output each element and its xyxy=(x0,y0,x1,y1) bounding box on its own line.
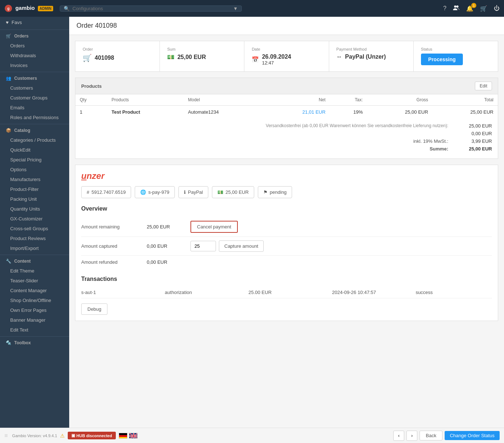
capture-amount-button[interactable]: Capture amount xyxy=(219,240,264,252)
page-header: Order 401098 xyxy=(69,17,504,35)
svg-rect-15 xyxy=(129,436,138,436)
overview-rows: Amount remaining 25,00 EUR Cancel paymen… xyxy=(81,217,492,268)
unzer-logo: unzer xyxy=(81,171,492,181)
sidebar-item-withdrawals[interactable]: Withdrawals xyxy=(0,51,69,60)
uk-flag-icon[interactable] xyxy=(129,433,138,439)
sidebar-item-roles-permissions[interactable]: Roles and Permissions xyxy=(0,113,69,122)
svg-point-2 xyxy=(454,5,456,8)
sidebar-item-product-filter[interactable]: Product-Filter xyxy=(0,184,69,194)
sidebar-item-content-manager[interactable]: Content Manager xyxy=(0,286,69,295)
capture-amount-input[interactable] xyxy=(190,241,216,251)
bottom-right: ‹ › Back Change Order Status xyxy=(393,431,500,441)
payment-value: ↔ PayPal (Unzer) xyxy=(336,54,406,60)
payment-tags: # 5912.7407.6519 🌐 s-pay-979 ℹ PayPal 💵 … xyxy=(81,186,492,198)
logo-area: g gambio ADMIN xyxy=(4,4,55,12)
payment-card: Payment Method ↔ PayPal (Unzer) xyxy=(329,41,414,71)
top-navigation: g gambio ADMIN 🔍 ▼ ? 🔔 1 🛒 ⏻ xyxy=(0,0,504,17)
captured-actions: Capture amount xyxy=(190,240,264,252)
sidebar-item-customer-groups[interactable]: Customer Groups xyxy=(0,93,69,103)
transaction-id: s-aut-1 xyxy=(81,290,158,295)
sidebar-section-toolbox[interactable]: 🔩 Toolbox xyxy=(0,336,69,348)
sidebar-item-cross-sell-groups[interactable]: Cross-sell Groups xyxy=(0,224,69,234)
totals-row-summe: Summe: 25,00 EUR xyxy=(81,145,492,153)
captured-value: 0,00 EUR xyxy=(147,243,183,249)
sidebar-item-edit-text[interactable]: Edit Text xyxy=(0,325,69,335)
transactions-title: Transactions xyxy=(81,276,492,282)
menu-toggle-icon[interactable]: ≡ xyxy=(4,432,8,439)
sidebar-section-content[interactable]: 🔧 Content xyxy=(0,255,69,266)
cart-icon[interactable]: 🛒 xyxy=(480,5,487,12)
back-button[interactable]: Back xyxy=(420,431,442,440)
sidebar-item-special-pricing[interactable]: Special Pricing xyxy=(0,155,69,165)
date-label: Date xyxy=(252,47,321,51)
sidebar-item-shop-online-offline[interactable]: Shop Online/Offline xyxy=(0,295,69,305)
hash-icon: # xyxy=(87,189,89,195)
admin-badge: ADMIN xyxy=(38,6,54,11)
sidebar-item-customers[interactable]: Customers xyxy=(0,83,69,93)
sidebar-item-import-export[interactable]: Import/Export xyxy=(0,243,69,253)
sidebar-item-quickedit[interactable]: QuickEdit xyxy=(0,145,69,155)
german-flag-icon[interactable] xyxy=(119,433,127,439)
payment-tag-id: # 5912.7407.6519 xyxy=(81,186,131,198)
sidebar-item-teaser-slider[interactable]: Teaser-Slider xyxy=(0,276,69,286)
shipping-note-label: Versandkostenfrei (ab 0,00 EUR Warenwert… xyxy=(266,123,448,129)
status-label: Status xyxy=(421,47,491,51)
totals-section: Versandkostenfrei (ab 0,00 EUR Warenwert… xyxy=(75,118,498,158)
bottom-left: ≡ Gambio Version: v4.9.4.1 ⚠ ▣ HUB disco… xyxy=(4,432,138,439)
transaction-date: 2024-09-26 10:47:57 xyxy=(332,290,409,295)
content-icon: 🔧 xyxy=(6,259,11,264)
sidebar-section-catalog[interactable]: 📦 Catalog xyxy=(0,124,69,135)
sidebar-item-quantity-units[interactable]: Quantity Units xyxy=(0,204,69,214)
bell-badge: 1 xyxy=(471,3,476,8)
overview-row-captured: Amount captured 0,00 EUR Capture amount xyxy=(81,237,492,256)
summe-value: 25,00 EUR xyxy=(463,146,492,152)
prev-button[interactable]: ‹ xyxy=(393,431,404,441)
globe-icon: 🌐 xyxy=(140,189,146,195)
sidebar-section-customers[interactable]: 👥 Customers xyxy=(0,72,69,83)
svg-rect-5 xyxy=(119,435,127,437)
sidebar-item-invoices[interactable]: Invoices xyxy=(0,60,69,70)
sidebar-item-orders[interactable]: Orders xyxy=(0,41,69,51)
change-order-status-button[interactable]: Change Order Status xyxy=(445,431,500,440)
sidebar-item-packing-unit[interactable]: Packing Unit xyxy=(0,194,69,204)
dropdown-icon[interactable]: ▼ xyxy=(233,6,238,11)
nav-icons: ? 🔔 1 🛒 ⏻ xyxy=(443,4,500,12)
power-icon[interactable]: ⏻ xyxy=(494,5,500,12)
search-input[interactable] xyxy=(72,6,230,11)
bell-icon[interactable]: 🔔 1 xyxy=(466,5,473,12)
payment-tag-type: 🌐 s-pay-979 xyxy=(135,186,175,198)
users-icon[interactable] xyxy=(453,4,460,12)
products-section: Products Edit Qty Products Model Net Tax… xyxy=(75,78,498,159)
help-icon[interactable]: ? xyxy=(443,5,446,12)
shipping-value: 0,00 EUR xyxy=(463,131,492,136)
sidebar-item-gx-customizer[interactable]: GX-Customizer xyxy=(0,214,69,224)
sidebar-section-orders[interactable]: 🛒 Orders xyxy=(0,30,69,41)
payment-tag-amount: 💵 25,00 EUR xyxy=(212,186,254,198)
next-button[interactable]: › xyxy=(406,431,417,441)
search-bar[interactable]: 🔍 ▼ xyxy=(60,5,242,12)
order-card: Order 🛒 401098 xyxy=(75,41,160,71)
products-section-header: Products Edit xyxy=(75,78,498,94)
hub-icon: ▣ xyxy=(71,433,75,438)
search-icon: 🔍 xyxy=(64,6,70,11)
hub-status-badge: ▣ HUB disconnected xyxy=(68,432,116,439)
col-model: Model xyxy=(184,94,264,106)
cell-qty: 1 xyxy=(75,106,107,119)
debug-button[interactable]: Debug xyxy=(81,303,107,315)
summe-label: Summe: xyxy=(339,146,448,152)
products-table: Qty Products Model Net Tax: Gross Total … xyxy=(75,94,498,118)
sidebar-item-banner-manager[interactable]: Banner Manager xyxy=(0,315,69,325)
remaining-actions: Cancel payment xyxy=(190,221,238,233)
sidebar-item-edit-theme[interactable]: Edit Theme xyxy=(0,266,69,276)
sidebar-item-categories-products[interactable]: Categories / Products xyxy=(0,135,69,145)
transaction-status: success xyxy=(416,290,492,295)
sidebar-item-own-error-pages[interactable]: Own Error Pages xyxy=(0,305,69,315)
refunded-label: Amount refunded xyxy=(81,259,139,265)
sidebar-item-product-reviews[interactable]: Product Reviews xyxy=(0,234,69,243)
cancel-payment-button[interactable]: Cancel payment xyxy=(190,221,238,233)
sidebar-item-options[interactable]: Options xyxy=(0,165,69,175)
sidebar-item-manufacturers[interactable]: Manufacturers xyxy=(0,175,69,184)
products-edit-button[interactable]: Edit xyxy=(475,82,492,90)
sidebar-item-emails[interactable]: Emails xyxy=(0,103,69,113)
sidebar-item-favs[interactable]: ♥ Favs xyxy=(0,17,69,28)
